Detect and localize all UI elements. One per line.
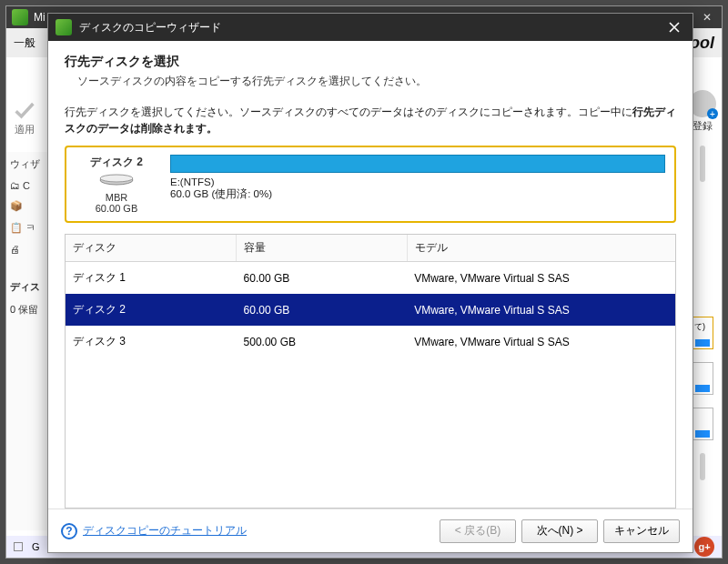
help-link-group: ? ディスクコピーのチュートリアル — [61, 523, 247, 539]
wizard-window: ディスクのコピーウィザード 行先ディスクを選択 ソースディスクの内容をコピーする… — [47, 13, 693, 553]
table-row[interactable]: ディスク 260.00 GBVMware, VMware Virtual S S… — [66, 294, 675, 326]
cell-model: VMware, VMware Virtual S SAS — [407, 262, 675, 295]
cell-capacity: 60.00 GB — [237, 262, 408, 295]
selected-disk-summary: ディスク 2 MBR 60.00 GB — [76, 155, 157, 214]
sidebar-item[interactable]: 📋 ㅋ — [10, 221, 46, 235]
table-row[interactable]: ディスク 3500.00 GBVMware, VMware Virtual S … — [66, 326, 675, 358]
sidebar-item[interactable]: ウィザ — [10, 157, 46, 171]
cell-capacity: 500.00 GB — [237, 326, 408, 358]
sidebar-item[interactable]: 🖨 — [10, 244, 46, 255]
sidebar-item[interactable]: 📦 — [10, 200, 46, 212]
volume-usage: 60.0 GB (使用済: 0%) — [170, 187, 665, 201]
selected-disk-scheme: MBR — [76, 192, 157, 203]
disk-thumb[interactable] — [692, 408, 713, 440]
brand-tail: ool — [690, 34, 714, 53]
cell-model: VMware, VMware Virtual S SAS — [407, 294, 675, 326]
back-button: < 戻る(B) — [440, 519, 516, 543]
wizard-titlebar: ディスクのコピーウィザード — [48, 14, 693, 41]
disk-icon — [98, 174, 135, 186]
cell-name: ディスク 1 — [66, 262, 237, 295]
wizard-footer: ? ディスクコピーのチュートリアル < 戻る(B) 次へ(N) > キャンセル — [48, 509, 693, 552]
svg-point-1 — [100, 175, 133, 182]
wizard-body: 行先ディスクを選択 ソースディスクの内容をコピーする行先ディスクを選択してくださ… — [48, 41, 693, 552]
next-button[interactable]: 次へ(N) > — [521, 519, 598, 543]
cell-model: VMware, VMware Virtual S SAS — [407, 326, 675, 358]
scrollbar[interactable] — [700, 453, 705, 480]
main-title: Mi — [34, 11, 46, 24]
tab-general[interactable]: 一般 — [14, 35, 35, 51]
register-label[interactable]: 登録 — [693, 119, 713, 133]
tutorial-link[interactable]: ディスクコピーのチュートリアル — [83, 523, 247, 539]
gplus-icon[interactable]: g+ — [694, 537, 714, 557]
apply-button[interactable]: 適用 — [12, 97, 37, 136]
col-capacity[interactable]: 容量 — [237, 235, 408, 262]
wizard-title: ディスクのコピーウィザード — [79, 20, 221, 35]
disk-table: ディスク 容量 モデル ディスク 160.00 GBVMware, VMware… — [65, 234, 676, 509]
page-subheading: ソースディスクの内容をコピーする行先ディスクを選択してください。 — [77, 74, 676, 89]
cancel-button[interactable]: キャンセル — [603, 519, 680, 543]
legend-swatch — [14, 542, 23, 551]
volume-bar — [170, 155, 665, 173]
cell-name: ディスク 3 — [66, 326, 237, 358]
status-text: G — [32, 541, 40, 552]
selected-disk-card: ディスク 2 MBR 60.00 GB E:(NTFS) 60.0 GB (使用… — [65, 146, 676, 223]
instruction-text: 行先ディスクを選択してください。ソースディスクのすべてのデータはそのディスクにコ… — [65, 104, 676, 136]
sidebar-item[interactable]: 🗂 C — [10, 180, 46, 191]
table-row[interactable]: ディスク 160.00 GBVMware, VMware Virtual S S… — [66, 262, 675, 295]
main-close-button[interactable]: ✕ — [698, 11, 716, 24]
help-icon: ? — [61, 523, 77, 539]
sidebar: ウィザ 🗂 C 📦 📋 ㅋ 🖨 ディス 0 保留 — [6, 152, 50, 530]
volume-label: E:(NTFS) — [170, 176, 665, 187]
disk-thumb[interactable] — [692, 362, 713, 395]
col-model[interactable]: モデル — [407, 235, 675, 262]
app-icon — [12, 9, 28, 25]
cell-name: ディスク 2 — [66, 294, 237, 326]
col-disk[interactable]: ディスク — [66, 235, 237, 262]
selected-disk-name: ディスク 2 — [76, 155, 157, 170]
selected-disk-size: 60.00 GB — [76, 203, 157, 214]
page-heading: 行先ディスクを選択 — [65, 54, 676, 70]
wizard-icon — [56, 19, 72, 35]
close-button[interactable] — [663, 16, 685, 38]
sidebar-section: ディス — [10, 280, 46, 294]
disk-thumb[interactable]: て) — [692, 317, 713, 349]
scrollbar[interactable] — [700, 146, 705, 182]
cell-capacity: 60.00 GB — [237, 294, 408, 326]
sidebar-section: 0 保留 — [10, 303, 46, 317]
